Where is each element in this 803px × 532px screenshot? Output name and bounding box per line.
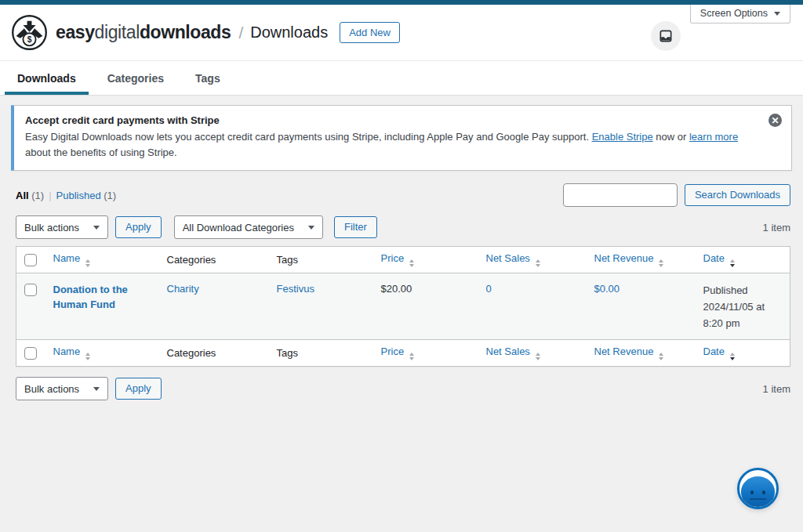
select-all-checkbox-cell [16,340,45,367]
column-label: Net Sales [486,346,530,357]
category-link[interactable]: Charity [167,283,199,295]
view-all-link[interactable]: All (1) [16,190,44,201]
chevron-down-icon [93,387,100,391]
view-divider: | [49,190,51,201]
edd-logo-icon: $ [11,14,48,51]
tab-categories[interactable]: Categories [95,61,176,95]
net-sales-link[interactable]: 0 [486,283,492,295]
column-footer-net-revenue[interactable]: Net Revenue [587,340,696,367]
chat-widget-button[interactable] [737,468,779,509]
notifications-button[interactable] [651,21,681,51]
inbox-tray-icon [658,28,674,44]
screen-options-button[interactable]: Screen Options [690,5,790,24]
sort-arrows-icon [536,353,540,360]
notice-title: Accept credit card payments with Stripe [25,114,757,126]
tag-link[interactable]: Festivus [277,283,314,295]
search-box: Search Downloads [563,183,790,207]
tab-label: Downloads [17,72,76,85]
apply-button[interactable]: Apply [115,216,162,238]
sort-arrows-icon [85,259,90,267]
search-input[interactable] [563,183,678,207]
column-footer-name[interactable]: Name [45,340,159,367]
bulk-actions-label: Bulk actions [24,383,79,395]
column-footer-date[interactable]: Date [696,340,790,367]
download-title-link[interactable]: Donation to the Human Fund [53,283,151,313]
dismiss-notice-button[interactable]: ✕ [768,114,782,127]
view-all-label: All [16,190,29,201]
column-header-net-sales[interactable]: Net Sales [478,247,587,273]
column-label: Tags [277,254,298,266]
apply-button-bottom[interactable]: Apply [115,378,162,400]
view-filter-links: All (1)|Published (1) [16,190,116,201]
enable-stripe-link[interactable]: Enable Stripe [592,131,653,143]
screen-options-label: Screen Options [700,8,768,19]
column-label: Net Revenue [594,252,654,264]
page-header: $ easydigitaldownloads / Downloads Add N… [0,5,803,61]
column-label: Categories [167,254,216,266]
category-filter-label: All Download Categories [183,222,294,233]
bulk-actions-label: Bulk actions [24,222,79,233]
column-header-name[interactable]: Name [45,247,159,273]
table-row: Donation to the Human Fund Charity Festi… [16,273,790,340]
views-row: All (1)|Published (1) Search Downloads [16,183,790,207]
tab-bar: Downloads Categories Tags [0,61,803,96]
row-checkbox-cell [16,273,45,340]
search-downloads-button[interactable]: Search Downloads [685,184,790,206]
column-label: Name [53,252,81,264]
column-header-tags: Tags [269,247,373,273]
column-footer-net-sales[interactable]: Net Sales [478,340,587,367]
notice-text: Easy Digital Downloads now lets you acce… [25,131,589,143]
select-all-checkbox[interactable] [24,347,37,360]
brand-downloads: downloads [140,22,231,42]
view-all-count: (1) [31,190,44,201]
column-label: Price [381,346,405,357]
sort-arrows-icon [409,259,414,267]
tags-cell: Festivus [269,273,373,340]
column-header-price[interactable]: Price [373,247,478,273]
notice-body: Easy Digital Downloads now lets you acce… [25,129,757,161]
tab-label: Tags [195,72,220,85]
filter-button[interactable]: Filter [334,216,377,238]
column-header-net-revenue[interactable]: Net Revenue [587,247,696,273]
column-label: Net Revenue [594,346,654,357]
tab-label: Categories [107,72,164,85]
column-label: Net Sales [486,252,530,264]
column-label: Categories [167,347,216,359]
downloads-table: Name Categories Tags Price Net Sales Net… [16,246,790,367]
row-checkbox[interactable] [24,284,37,296]
tab-downloads[interactable]: Downloads [5,61,89,95]
date-cell: Published2024/11/05 at 8:20 pm [696,273,790,340]
bulk-actions-select[interactable]: Bulk actions [16,215,108,239]
chevron-down-icon [308,226,314,230]
learn-more-link[interactable]: learn more [689,131,738,143]
breadcrumb-separator: / [238,24,243,42]
column-label: Date [703,346,725,357]
item-count-top: 1 item [763,222,790,233]
view-published-count: (1) [104,190,116,201]
sort-arrows-icon [659,353,663,360]
select-all-checkbox[interactable] [24,254,37,266]
sort-arrows-icon [730,259,735,267]
view-published-link[interactable]: Published (1) [56,190,117,201]
bulk-actions-select-bottom[interactable]: Bulk actions [16,377,108,400]
column-footer-tags: Tags [269,340,373,367]
column-label: Price [381,252,405,264]
chevron-down-icon [93,226,100,230]
column-label: Date [703,252,725,264]
net-revenue-link[interactable]: $0.00 [594,283,620,295]
view-published-label: Published [56,190,101,201]
sort-arrows-icon [730,353,735,360]
add-new-button[interactable]: Add New [340,22,400,44]
column-header-date[interactable]: Date [696,247,790,273]
categories-cell: Charity [159,273,269,340]
net-revenue-cell: $0.00 [587,273,696,340]
price-cell: $20.00 [373,273,478,340]
category-filter-select[interactable]: All Download Categories [174,215,323,239]
brand-title: easydigitaldownloads [56,22,231,43]
brand-digital: digital [95,22,140,42]
column-footer-price[interactable]: Price [373,340,478,367]
table-nav-top: Bulk actions Apply All Download Categori… [16,215,790,239]
tab-tags[interactable]: Tags [183,61,233,95]
svg-text:$: $ [27,35,32,44]
select-all-checkbox-cell [16,247,45,273]
